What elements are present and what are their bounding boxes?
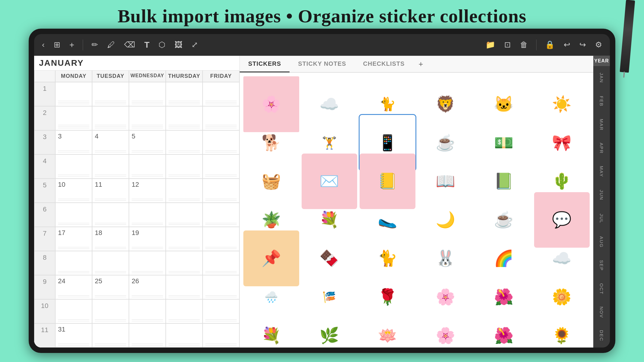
cal-cell-r1c4[interactable] [166,82,203,106]
month-oct[interactable]: OCT [599,277,604,301]
row-6: 6 [34,203,55,227]
cal-cell-r4c5[interactable] [203,154,239,179]
main-area: JANUARY MONDAY TUESDAY WEDNESDAY THURSDA… [34,56,610,348]
add-tab-button[interactable]: + [413,56,428,72]
month-aug[interactable]: AUG [599,230,604,254]
cal-cell-r11c4[interactable] [166,323,203,348]
add-icon[interactable]: + [68,38,76,52]
sticker-42[interactable]: 🌻 [534,308,590,348]
cal-cell-r11c2[interactable] [92,323,129,348]
cal-cell-r10c5[interactable] [203,299,239,323]
tab-sticky-notes[interactable]: STICKY NOTES [290,56,354,72]
cal-cell-r2c3[interactable] [129,106,166,130]
cal-cell-r3c1[interactable]: 3 [55,130,92,154]
cal-cell-r5c3[interactable]: 12 [129,179,166,203]
month-apr[interactable]: APR [599,136,604,160]
cal-cell-r10c3[interactable] [129,299,166,323]
cal-cell-r4c1[interactable] [55,154,92,179]
select-icon[interactable]: ⤢ [190,38,200,51]
tuesday-header: TUESDAY [92,70,129,82]
cal-cell-r2c4[interactable] [166,106,203,130]
toolbar-right: 📁 ⊡ 🗑 🔒 ↩ ↪ ⚙ [484,38,604,51]
toolbar: ‹ ⊞ + ✏ 🖊 ⌫ T ⬡ 🖼 ⤢ 📁 ⊡ 🗑 🔒 ↩ ↪ ⚙ [34,34,610,56]
cal-cell-r5c4[interactable] [166,179,203,203]
month-jun[interactable]: JUN [599,183,604,207]
cal-cell-r8c4[interactable] [166,251,203,275]
cal-cell-r11c5[interactable] [203,323,239,348]
cal-cell-r6c3[interactable] [129,203,166,227]
cal-cell-r9c1[interactable]: 24 [55,275,92,299]
eraser-icon[interactable]: ⌫ [122,38,137,51]
cal-cell-r7c4[interactable] [166,227,203,251]
cal-cell-r5c1[interactable]: 10 [55,179,92,203]
cal-cell-r7c5[interactable] [203,227,239,251]
month-may[interactable]: MAY [599,160,604,183]
cal-cell-r5c5[interactable] [203,179,239,203]
back-icon[interactable]: ‹ [40,38,46,51]
crop-icon[interactable]: ⊡ [502,38,513,51]
cal-cell-r3c2[interactable]: 4 [92,130,129,154]
cal-cell-r8c1[interactable] [55,251,92,275]
cal-cell-r1c1[interactable] [55,82,92,106]
undo-icon[interactable]: ↩ [562,38,572,51]
cal-cell-r6c4[interactable] [166,203,203,227]
cal-cell-r8c2[interactable] [92,251,129,275]
month-dec[interactable]: DEC [599,324,604,348]
cal-cell-r1c3[interactable] [129,82,166,106]
sticker-37[interactable]: 💐 [243,308,299,348]
files-icon[interactable]: 📁 [484,38,497,51]
redo-icon[interactable]: ↪ [578,38,588,51]
cal-cell-r10c2[interactable] [92,299,129,323]
month-jan[interactable]: JAN [599,66,604,90]
shape-icon[interactable]: ⬡ [157,38,167,51]
cal-cell-r9c2[interactable]: 25 [92,275,129,299]
cal-cell-r3c5[interactable] [203,130,239,154]
lock-icon[interactable]: 🔒 [543,38,556,51]
cal-cell-r7c1[interactable]: 17 [55,227,92,251]
sticker-38[interactable]: 🌿 [302,308,357,348]
grid-icon[interactable]: ⊞ [52,38,62,51]
cal-cell-r11c3[interactable] [129,323,166,348]
month-mar[interactable]: MAR [599,113,604,137]
cal-cell-r3c4[interactable] [166,130,203,154]
month-sep[interactable]: SEP [599,254,604,277]
cal-cell-r2c2[interactable] [92,106,129,130]
cal-cell-r8c3[interactable] [129,251,166,275]
cal-cell-r2c1[interactable] [55,106,92,130]
cal-cell-r4c2[interactable] [92,154,129,179]
cal-cell-r6c2[interactable] [92,203,129,227]
cal-cell-r6c5[interactable] [203,203,239,227]
image-icon[interactable]: 🖼 [173,38,184,51]
cal-cell-r4c3[interactable] [129,154,166,179]
cal-cell-r5c2[interactable]: 11 [92,179,129,203]
cal-cell-r11c1[interactable]: 31 [55,323,92,348]
sticker-41[interactable]: 🌺 [476,308,532,348]
cal-cell-r10c4[interactable] [166,299,203,323]
year-label[interactable]: YEAR [593,56,610,66]
text-icon[interactable]: T [143,38,151,52]
cal-cell-r7c3[interactable]: 19 [129,227,166,251]
pen-icon[interactable]: 🖊 [105,38,117,51]
month-jul[interactable]: JUL [599,207,604,230]
cal-cell-r1c2[interactable] [92,82,129,106]
tab-checklists[interactable]: CHECKLISTS [355,56,413,72]
tab-stickers[interactable]: STICKERS [240,56,290,72]
delete-icon[interactable]: 🗑 [518,38,530,51]
settings-icon[interactable]: ⚙ [593,38,604,51]
month-nov[interactable]: NOV [599,301,604,324]
cal-cell-r1c5[interactable] [203,82,239,106]
cal-cell-r8c5[interactable] [203,251,239,275]
cal-cell-r9c3[interactable]: 26 [129,275,166,299]
pencil-icon[interactable]: ✏ [90,38,100,51]
sticker-40[interactable]: 🌸 [418,308,474,348]
cal-cell-r3c3[interactable]: 5 [129,130,166,154]
sticker-39[interactable]: 🪷 [360,308,415,348]
cal-cell-r10c1[interactable] [55,299,92,323]
cal-cell-r6c1[interactable] [55,203,92,227]
cal-cell-r4c4[interactable] [166,154,203,179]
cal-cell-r7c2[interactable]: 18 [92,227,129,251]
cal-cell-r2c5[interactable] [203,106,239,130]
month-feb[interactable]: FEB [599,90,604,113]
cal-cell-r9c5[interactable] [203,275,239,299]
cal-cell-r9c4[interactable] [166,275,203,299]
